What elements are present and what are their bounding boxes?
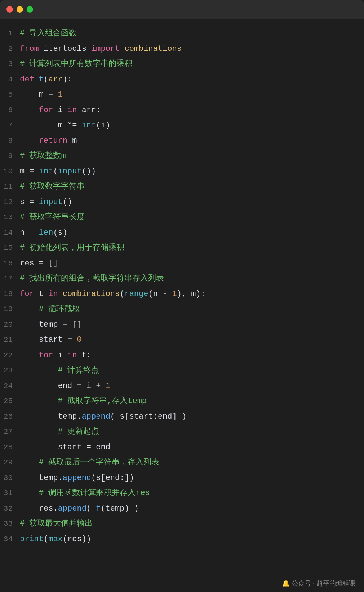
line-content: # 计算终点 [20, 364, 364, 378]
line-number: 19 [0, 303, 20, 316]
token: # 截取最后一个字符串，存入列表 [39, 458, 159, 467]
line-number: 32 [0, 502, 20, 516]
code-line: 15# 初始化列表，用于存储乘积 [0, 240, 364, 256]
token: . [58, 473, 63, 482]
code-line: 22 for i in t: [0, 348, 364, 363]
token: # 更新起点 [58, 427, 99, 436]
token [34, 75, 39, 84]
line-content: # 找出所有的组合，截取字符串存入列表 [20, 272, 364, 286]
line-content: n = len(s) [20, 226, 364, 240]
line-number: 7 [0, 119, 20, 132]
token: # 获取数字字符串 [20, 182, 85, 191]
token [20, 106, 39, 115]
token: temp [58, 412, 77, 421]
code-line: 18for t in combinations(range(n - 1), m)… [0, 287, 364, 302]
line-content: # 获取最大值并输出 [20, 517, 364, 531]
line-content: end = i + 1 [20, 379, 364, 393]
token: = [25, 198, 39, 207]
token: = [63, 335, 77, 344]
line-content: # 计算列表中所有数字串的乘积 [20, 57, 364, 71]
token [20, 504, 39, 513]
token: ( s[start:end] ) [110, 412, 186, 421]
token [20, 381, 58, 390]
code-line: 8 return m [0, 133, 364, 149]
token: in [67, 351, 77, 360]
line-content: # 导入组合函数 [20, 27, 364, 41]
token: # 导入组合函数 [20, 29, 77, 38]
code-line: 34print(max(res)) [0, 532, 364, 547]
token: i [53, 351, 67, 360]
token: . [53, 504, 58, 513]
line-number: 22 [0, 349, 20, 362]
line-number: 20 [0, 318, 20, 332]
token: = [] [34, 259, 58, 268]
token [20, 458, 39, 467]
line-number: 14 [0, 226, 20, 240]
token: ( [86, 504, 96, 513]
code-line: 2from itertools import combinations [0, 41, 364, 57]
token: combinations [120, 44, 182, 53]
line-content: m = int(input()) [20, 165, 364, 179]
line-number: 12 [0, 196, 20, 209]
maximize-button[interactable] [27, 6, 33, 13]
line-number: 13 [0, 211, 20, 224]
token: = [25, 167, 39, 176]
code-line: 11# 获取数字字符串 [0, 179, 364, 195]
minimize-button[interactable] [17, 6, 23, 13]
token: = [44, 90, 58, 99]
token: # 获取最大值并输出 [20, 519, 93, 528]
line-number: 25 [0, 395, 20, 408]
code-line: 19 # 循环截取 [0, 302, 364, 317]
line-content: def f(arr): [20, 73, 364, 87]
token: append [58, 504, 86, 513]
token: 0 [77, 335, 81, 344]
footer: 🔔 公众号 · 超平的编程课 [0, 575, 364, 592]
token: end [58, 381, 72, 390]
token: ): [63, 75, 72, 84]
token: # 计算列表中所有数字串的乘积 [20, 59, 132, 69]
code-line: 3# 计算列表中所有数字串的乘积 [0, 57, 364, 72]
token: max [48, 535, 63, 544]
code-line: 9# 获取整数m [0, 149, 364, 164]
close-button[interactable] [6, 6, 13, 13]
line-number: 3 [0, 58, 20, 71]
token [20, 351, 39, 360]
token: 1 [172, 290, 177, 299]
line-content: m *= int(i) [20, 119, 364, 133]
token: ( [44, 535, 48, 544]
line-number: 27 [0, 425, 20, 439]
line-number: 9 [0, 150, 20, 163]
code-line: 7 m *= int(i) [0, 118, 364, 133]
code-line: 6 for i in arr: [0, 103, 364, 118]
token: i [53, 106, 67, 115]
line-number: 30 [0, 472, 20, 485]
line-content: from itertools import combinations [20, 42, 364, 56]
token: = [] [58, 320, 82, 329]
line-content: # 获取整数m [20, 149, 364, 163]
token: # 截取字符串,存入temp [58, 397, 147, 406]
token: temp [39, 473, 58, 482]
code-line: 4def f(arr): [0, 72, 364, 88]
token: t: [77, 351, 91, 360]
token: # 获取整数m [20, 151, 66, 160]
line-number: 5 [0, 88, 20, 102]
line-number: 17 [0, 272, 20, 286]
code-line: 25 # 截取字符串,存入temp [0, 394, 364, 409]
token: m [67, 136, 77, 145]
token [20, 121, 58, 130]
line-number: 11 [0, 180, 20, 194]
token: () [63, 198, 72, 207]
line-content: # 循环截取 [20, 302, 364, 317]
token: for [20, 290, 34, 299]
line-content: # 获取数字字符串 [20, 180, 364, 194]
token: f [96, 504, 101, 513]
code-line: 13# 获取字符串长度 [0, 210, 364, 225]
token: ( [53, 167, 58, 176]
token [20, 427, 58, 436]
code-line: 33# 获取最大值并输出 [0, 516, 364, 532]
token: = [25, 228, 39, 237]
line-number: 4 [0, 73, 20, 87]
token: res [20, 259, 34, 268]
token: 1 [106, 381, 110, 390]
line-content: temp.append( s[start:end] ) [20, 410, 364, 424]
